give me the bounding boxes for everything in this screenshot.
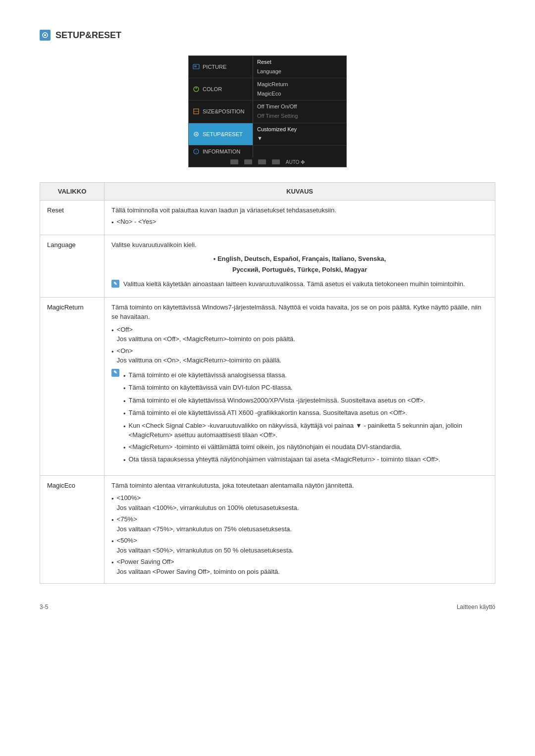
menu-picture-right: Reset Language [253, 56, 346, 78]
magicreturn-off-block: <Off> Jos valittuna on <Off>, <MagicRetu… [117, 325, 295, 344]
magicreturn-on-block: <On> Jos valittuna on <On>, <MagicReturn… [117, 346, 281, 365]
mr-note-6-text: <MagicReturn> -toiminto ei välttämättä t… [129, 442, 402, 452]
bottom-text: AUTO ✤ [286, 159, 305, 165]
magicreturn-note-icon: ✎ [111, 369, 119, 377]
language-note-block: ✎ Valittua kieltä käytetään ainoastaan l… [111, 279, 488, 289]
magiceco-75-label: <75%> [117, 514, 292, 524]
bullet-dot: • [123, 384, 126, 394]
magiceco-50-desc: Jos valitaan <50%>, virrankulutus on 50 … [117, 546, 294, 555]
svg-point-8 [196, 133, 197, 135]
magiceco-100-block: <100%> Jos valitaan <100%>, virrankulutu… [117, 493, 299, 512]
bottom-icon-3 [258, 159, 266, 164]
language-note-icon: ✎ [111, 280, 119, 288]
menu-color-right: MagicReturn MagicEco [253, 78, 346, 100]
language-main-text: Valitse kuvaruutuvalikoin kieli. [111, 240, 488, 250]
bullet-dot: • [123, 409, 126, 419]
magiceco-powersaving-bullet: • <Power Saving Off> Jos valitaan <Power… [111, 557, 488, 576]
menu-item-size: SIZE&POSITION [189, 101, 253, 122]
magicreturn-on-label: <On> [117, 346, 281, 356]
menu-size-right: Off Timer On/Off Off Timer Setting [253, 101, 346, 122]
reset-no-yes: <No> - <Yes> [117, 217, 157, 227]
menu-right-magiceco: MagicEco [257, 90, 342, 99]
bullet-dot: • [123, 422, 126, 432]
menu-right-language: Language [257, 67, 342, 76]
bottom-icon-1 [230, 159, 238, 164]
menu-item-color: COLOR [189, 78, 253, 100]
magicreturn-notes-list: • Tämä toiminto ei ole käytettävissä ana… [123, 368, 488, 467]
magiceco-100-bullet: • <100%> Jos valitaan <100%>, virrankulu… [111, 493, 488, 512]
magicreturn-on-desc: Jos valittuna on <On>, <MagicReturn>-toi… [117, 355, 281, 365]
col-kuvaus-header: KUVAUS [105, 182, 495, 200]
mr-note-3-text: Tämä toiminto ei ole käytettävissä Windo… [129, 396, 426, 405]
language-content: Valitse kuvaruutuvalikoin kieli. • Engli… [105, 235, 495, 297]
magiceco-100-desc: Jos valitaan <100%>, virrankulutus on 10… [117, 503, 299, 513]
language-label: Language [40, 235, 105, 297]
menu-row-picture: PICTURE Reset Language [189, 56, 346, 78]
reset-content: Tällä toiminnolla voit palauttaa kuvan l… [105, 200, 495, 235]
magicreturn-main-text: Tämä toiminto on käytettävissä Windows7-… [111, 302, 488, 322]
magiceco-50-block: <50%> Jos valitaan <50%>, virrankulutus … [117, 536, 294, 555]
magiceco-powersaving-desc: Jos valitaan <Power Saving Off>, toimint… [117, 567, 280, 577]
section-title-text: SETUP&RESET [55, 30, 121, 41]
menu-right-reset: Reset [257, 58, 342, 67]
bullet-dot: • [111, 515, 114, 525]
menu-right-arrow: ▼ [257, 134, 342, 143]
menu-item-picture: PICTURE [189, 56, 253, 78]
svg-text:i: i [196, 150, 197, 153]
bullet-dot: • [123, 455, 126, 465]
languages-block: • English, Deutsch, Español, Français, I… [111, 253, 488, 275]
menu-info-label: INFORMATION [203, 149, 240, 154]
menu-row-color: COLOR MagicReturn MagicEco [189, 78, 346, 101]
mr-note-5: • Kun <Check Signal Cable> -kuvaruutuval… [123, 421, 488, 440]
page-header: SETUP&RESET [40, 30, 495, 41]
mr-note-4-text: Tämä toiminto ei ole käytettävissä ATI X… [129, 408, 407, 418]
magiceco-100-label: <100%> [117, 493, 299, 503]
footer-section-label: Laitteen käyttö [457, 604, 495, 610]
menu-item-setup: SETUP&RESET [189, 123, 253, 145]
main-table: VALIKKO KUVAUS Reset Tällä toiminnolla v… [40, 182, 495, 584]
menu-row-setup: SETUP&RESET Customized Key ▼ [189, 123, 346, 146]
mr-note-2-text: Tämä toiminto on käytettävissä vain DVI-… [129, 383, 293, 393]
menu-right-offtimer-onoff: Off Timer On/Off [257, 102, 342, 111]
menu-right-magicreturn: MagicReturn [257, 80, 342, 89]
magicreturn-content: Tämä toiminto on käytettävissä Windows7-… [105, 297, 495, 475]
mr-note-7: • Ota tässä tapauksessa yhteyttä näytöno… [123, 454, 488, 465]
bottom-icon-2 [244, 159, 252, 164]
table-row-magiceco: MagicEco Tämä toiminto alentaa virrankul… [40, 475, 495, 584]
mr-note-7-text: Ota tässä tapauksessa yhteyttä näytönohj… [129, 454, 440, 464]
bottom-icon-4 [272, 159, 280, 164]
mr-note-6: • <MagicReturn> -toiminto ei välttämättä… [123, 442, 488, 453]
table-row-language: Language Valitse kuvaruutuvalikoin kieli… [40, 235, 495, 297]
magicreturn-off-label: <Off> [117, 325, 295, 335]
menu-row-info: i INFORMATION [189, 146, 346, 157]
bullet-dot: • [111, 347, 114, 357]
menu-right-customizedkey: Customized Key [257, 125, 342, 134]
bullet-dot: • [123, 371, 126, 381]
menu-row-size: SIZE&POSITION Off Timer On/Off Off Timer… [189, 101, 346, 123]
svg-point-1 [44, 34, 46, 36]
mr-note-2: • Tämä toiminto on käytettävissä vain DV… [123, 383, 488, 394]
magicreturn-note-group: ✎ • Tämä toiminto ei ole käytettävissä a… [111, 368, 488, 467]
bullet-dot: • [111, 218, 114, 228]
bullet-dot: • [123, 443, 126, 453]
reset-label: Reset [40, 200, 105, 235]
svg-rect-3 [194, 65, 197, 67]
magiceco-main-text: Tämä toiminto alentaa virrankulutusta, j… [111, 481, 488, 491]
mr-note-1: • Tämä toiminto ei ole käytettävissä ana… [123, 370, 488, 381]
menu-setup-label: SETUP&RESET [203, 131, 243, 137]
monitor-menu: PICTURE Reset Language COLOR MagicReturn… [188, 55, 347, 167]
reset-main-text: Tällä toiminnolla voit palauttaa kuvan l… [111, 205, 488, 215]
section-title: SETUP&RESET [40, 30, 121, 41]
magiceco-50-label: <50%> [117, 536, 294, 546]
mr-note-3: • Tämä toiminto ei ole käytettävissä Win… [123, 396, 488, 406]
mr-note-4: • Tämä toiminto ei ole käytettävissä ATI… [123, 408, 488, 419]
page-footer: 3-5 Laitteen käyttö [40, 604, 495, 610]
menu-info-right [253, 146, 346, 157]
magicreturn-off-bullet: • <Off> Jos valittuna on <Off>, <MagicRe… [111, 325, 488, 344]
magiceco-content: Tämä toiminto alentaa virrankulutusta, j… [105, 475, 495, 584]
bullet-dot: • [123, 397, 126, 406]
table-header-row: VALIKKO KUVAUS [40, 182, 495, 200]
table-row-magicreturn: MagicReturn Tämä toiminto on käytettävis… [40, 297, 495, 475]
bullet-dot: • [111, 494, 114, 504]
magicreturn-on-bullet: • <On> Jos valittuna on <On>, <MagicRetu… [111, 346, 488, 365]
